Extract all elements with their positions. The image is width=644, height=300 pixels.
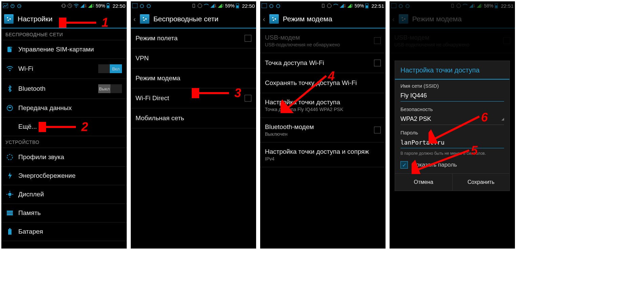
keep-hotspot-row[interactable]: Сохранять точку доступа Wi-Fi <box>260 73 386 93</box>
titlebar[interactable]: ‹ Режим модема <box>260 10 386 28</box>
bluetooth-icon <box>6 85 14 92</box>
svg-line-10 <box>70 6 71 6</box>
clock-time: 22:50 <box>242 3 255 9</box>
data-usage-row[interactable]: Передача данных <box>1 99 127 117</box>
phone-screen-2: 1 2 59% 22:50 ‹ Беспроводные сети Режим … <box>131 1 256 249</box>
wifi-toggle[interactable]: Вкл <box>98 64 122 73</box>
vpn-row[interactable]: VPN <box>131 48 256 68</box>
svg-marker-51 <box>340 4 344 8</box>
ipv4-row[interactable]: Настройка точки доступа и сопряж IPv4 <box>260 143 386 167</box>
row-label: Настройка точки доступа и сопряж <box>265 148 381 155</box>
back-icon[interactable]: ‹ <box>133 15 136 23</box>
wifi-row[interactable]: Wi-Fi Вкл <box>1 59 127 79</box>
hotspot-setup-row[interactable]: Настройка точки доступа Точка доступа Fl… <box>260 93 386 118</box>
usb-checkbox <box>374 37 381 44</box>
security-field[interactable]: Безопасность WPA2 PSK <box>395 103 510 126</box>
dialog-buttons: Отмена Сохранить <box>395 173 510 191</box>
status-bar: 1 2 59% 22:51 <box>260 1 386 10</box>
usb-modem-row: USB-модем USB-подключения не обнаружено <box>260 28 386 53</box>
security-spinner[interactable]: WPA2 PSK <box>400 114 504 125</box>
svg-marker-22 <box>8 172 12 179</box>
gallery-icon <box>132 3 138 8</box>
row-label: Точка доступа Wi-Fi <box>265 59 324 67</box>
status-bar: 1 2 59% 22:50 <box>1 1 127 10</box>
svg-marker-13 <box>88 4 92 8</box>
tethering-row[interactable]: Режим модема <box>131 68 256 88</box>
svg-rect-30 <box>7 214 13 215</box>
battery-percent: 59% <box>96 3 105 8</box>
alarm-icon <box>10 3 15 8</box>
show-password-row[interactable]: ✓ Показать пароль <box>395 156 510 173</box>
battery-percent: 59% <box>354 3 364 8</box>
phone-screen-1: 1 2 59% 22:50 Настройки БЕСПРОВОДНЫЕ СЕТ… <box>1 1 127 249</box>
gallery-icon <box>262 3 267 8</box>
battery-percent: 59% <box>225 3 234 8</box>
row-label: Профили звука <box>18 153 64 161</box>
alarm-icon-2 <box>276 3 281 8</box>
battery-icon <box>6 228 14 235</box>
titlebar: Настройки <box>1 10 127 28</box>
clock-icon <box>67 3 72 8</box>
password-input[interactable]: lanPortal.ru <box>400 137 504 148</box>
wifi-icon <box>333 4 338 8</box>
airplane-checkbox[interactable] <box>245 35 251 42</box>
bt-modem-checkbox[interactable] <box>374 127 381 133</box>
vibrate-icon <box>191 3 196 8</box>
ssid-input[interactable]: Fly IQ446 <box>400 91 504 102</box>
security-label: Безопасность <box>400 106 504 112</box>
bluetooth-row[interactable]: Bluetooth Выкл <box>1 79 127 99</box>
svg-rect-44 <box>236 5 238 8</box>
svg-rect-5 <box>63 4 65 7</box>
airplane-row[interactable]: Режим полета <box>131 28 256 48</box>
row-label: Память <box>18 209 41 217</box>
mobile-network-row[interactable]: Мобильная сеть <box>131 108 256 128</box>
wifi-hotspot-row[interactable]: Точка доступа Wi-Fi <box>260 53 386 73</box>
wifi-direct-row[interactable]: Wi-Fi Direct <box>131 88 256 108</box>
cancel-button[interactable]: Отмена <box>395 174 452 191</box>
vibrate-icon <box>321 3 326 8</box>
signal-1-icon: 1 <box>210 4 216 8</box>
wifi-direct-checkbox[interactable] <box>245 95 251 102</box>
ssid-label: Имя сети (SSID) <box>400 83 504 89</box>
show-password-checkbox[interactable]: ✓ <box>400 161 408 169</box>
svg-marker-52 <box>347 4 351 8</box>
svg-rect-28 <box>7 211 13 212</box>
battery-icon <box>236 3 239 8</box>
alarm-icon-2 <box>17 3 22 8</box>
row-label: Управление SIM-картами <box>18 46 94 53</box>
ssid-field[interactable]: Имя сети (SSID) Fly IQ446 <box>395 80 510 103</box>
signal-2-icon: 2 <box>88 4 95 8</box>
power-row[interactable]: Энергосбережение <box>1 167 127 185</box>
bt-modem-row[interactable]: Bluetooth-модем Выключен <box>260 118 386 143</box>
audio-profiles-row[interactable]: Профили звука <box>1 148 127 167</box>
svg-rect-36 <box>132 3 138 8</box>
storage-row[interactable]: Память <box>1 204 127 222</box>
password-label: Пароль <box>400 130 504 135</box>
svg-rect-16 <box>107 3 109 4</box>
back-icon[interactable]: ‹ <box>263 15 265 23</box>
svg-point-23 <box>8 193 12 196</box>
more-row[interactable]: Ещё... <box>1 117 127 136</box>
sim-management-row[interactable]: Управление SIM-картами <box>1 40 127 59</box>
svg-marker-41 <box>210 4 214 8</box>
save-button[interactable]: Сохранить <box>452 174 510 191</box>
row-label: Bluetooth-модем <box>265 123 369 131</box>
audio-icon <box>6 154 14 160</box>
row-subtitle: USB-подключения не обнаружено <box>265 42 369 47</box>
bt-toggle[interactable]: Выкл <box>98 84 122 93</box>
row-label: Режим модема <box>136 74 180 82</box>
security-value: WPA2 PSK <box>400 115 431 123</box>
signal-1-icon: 1 <box>80 4 87 8</box>
bolt-icon <box>6 172 14 179</box>
page-title: Режим модема <box>283 15 332 23</box>
svg-point-48 <box>276 4 280 8</box>
svg-rect-54 <box>366 5 368 8</box>
display-row[interactable]: Дисплей <box>1 185 127 204</box>
wifi-hotspot-checkbox[interactable] <box>374 60 381 66</box>
titlebar[interactable]: ‹ Беспроводные сети <box>131 10 256 28</box>
battery-row[interactable]: Батарея <box>1 222 127 241</box>
battery-icon <box>106 3 110 8</box>
password-field[interactable]: Пароль lanPortal.ru <box>395 126 510 150</box>
svg-point-21 <box>7 154 13 160</box>
svg-rect-46 <box>262 3 267 8</box>
